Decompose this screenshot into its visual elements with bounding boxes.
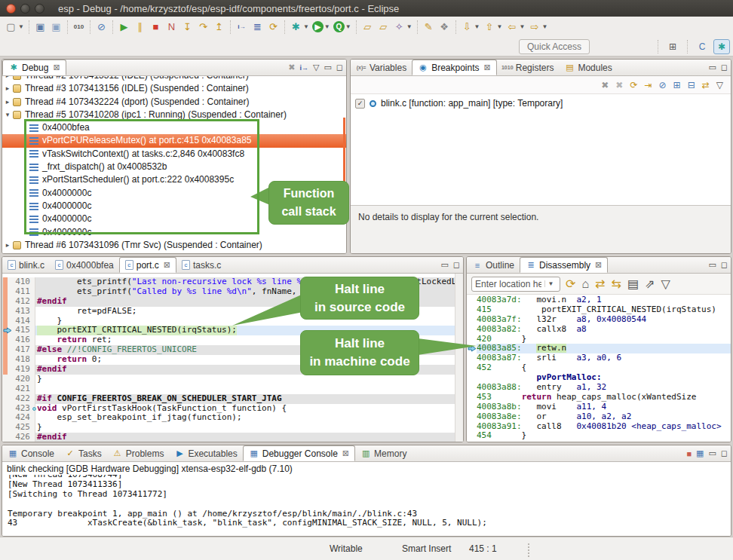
breakpoint-list-item[interactable]: ✓ blink.c [function: app_main] [type: Te…: [351, 94, 731, 112]
window-minimize-button[interactable]: [20, 4, 30, 14]
expand-all-icon[interactable]: ⊞: [673, 80, 681, 90]
editor-annotation-ruler[interactable]: [2, 355, 13, 365]
tab-variables[interactable]: (x)=Variables: [351, 60, 412, 75]
editor-annotation-ruler[interactable]: [2, 423, 13, 433]
last-edit-location-button[interactable]: ⇩▼: [459, 19, 482, 35]
tab-executables[interactable]: ▶Executables: [169, 445, 242, 461]
maximize-icon[interactable]: ◻: [721, 448, 728, 458]
run-launch-button[interactable]: ▶▼: [311, 19, 332, 35]
refresh-icon[interactable]: ⟳: [566, 277, 575, 291]
disasm-gutter[interactable]: [467, 315, 477, 325]
go-to-file-for-breakpoint-icon[interactable]: ⇥: [644, 80, 652, 90]
save-button[interactable]: ▣: [32, 19, 48, 35]
external-tools-button[interactable]: Q▼: [332, 19, 353, 35]
disasm-gutter[interactable]: [467, 431, 477, 441]
disconnect-button[interactable]: N: [164, 19, 179, 35]
tab-breakpoints[interactable]: ◉Breakpoints⊠: [412, 60, 497, 75]
display-selected-console-icon[interactable]: ▦: [696, 448, 704, 458]
disasm-gutter[interactable]: [467, 295, 477, 305]
editor-annotation-ruler[interactable]: [2, 394, 13, 404]
external-tools-icon[interactable]: Q: [333, 21, 345, 32]
step-over-icon[interactable]: ↷: [197, 20, 210, 33]
back-history-button[interactable]: ⇦▼: [504, 19, 526, 35]
breakpoint-checkbox[interactable]: ✓: [355, 99, 365, 109]
dropdown-arrow-icon[interactable]: ▼: [497, 23, 503, 30]
search-icon[interactable]: ✧: [393, 20, 406, 33]
tree-expander-icon[interactable]: ▸: [2, 76, 13, 82]
editor-annotation-ruler[interactable]: [2, 317, 13, 326]
minimize-icon[interactable]: ▭: [324, 63, 331, 72]
back-history-icon[interactable]: ⇦: [505, 20, 518, 33]
location-combo[interactable]: ▼: [471, 277, 560, 292]
view-menu-icon[interactable]: ▽: [661, 277, 670, 291]
new-wizard-button[interactable]: ▢▼: [3, 19, 26, 35]
tab-debug[interactable]: ✱Debug⊠: [2, 60, 66, 75]
restart-icon[interactable]: ⟳: [267, 20, 280, 33]
tab-close-icon[interactable]: ⊠: [164, 260, 170, 270]
thread-row[interactable]: ▸Thread #3 1073413156 (IDLE) (Suspended …: [2, 82, 346, 95]
disasm-gutter[interactable]: [467, 402, 477, 412]
editor-annotation-ruler[interactable]: [2, 297, 13, 307]
tree-expander-icon[interactable]: ▸: [2, 96, 13, 109]
disassembly-listing[interactable]: 40083a7d: movi.n a2, 1415 portEXIT_CRITI…: [467, 295, 731, 442]
tab-registers[interactable]: 1010Registers: [497, 60, 560, 75]
go-to-last-edit-icon[interactable]: ⇧: [483, 20, 496, 33]
disasm-gutter[interactable]: [467, 305, 477, 315]
run-launch-icon[interactable]: ▶: [312, 21, 324, 32]
tab-close-icon[interactable]: ⊠: [342, 448, 349, 458]
dropdown-arrow-icon[interactable]: ▼: [324, 23, 330, 30]
save-all-button[interactable]: ▣: [48, 19, 64, 35]
debug-launch-button[interactable]: ✱▼: [288, 19, 311, 35]
mark-occurrences-button[interactable]: ✎: [421, 19, 437, 35]
show-debug-context-icon[interactable]: ≣: [251, 20, 264, 33]
resume-button[interactable]: ▶: [116, 19, 132, 35]
editor-annotation-ruler[interactable]: [2, 404, 13, 414]
remove-all-breakpoints-icon[interactable]: ✖: [615, 80, 623, 90]
cpp-perspective-button[interactable]: C: [694, 39, 710, 54]
step-return-icon[interactable]: ↥: [213, 20, 225, 33]
dropdown-arrow-icon[interactable]: ▼: [345, 23, 351, 30]
quick-access-button[interactable]: Quick Access: [519, 39, 590, 54]
step-over-button[interactable]: ↷: [195, 19, 211, 35]
tab-debugger-console[interactable]: ▦Debugger Console⊠: [243, 445, 355, 461]
link-with-debug-view-icon[interactable]: ⇄: [702, 80, 710, 90]
maximize-icon[interactable]: ◻: [336, 63, 343, 72]
thread-row[interactable]: ▸Thread #2 1073413312 (IDLE) (Suspended …: [2, 76, 346, 82]
go-to-last-edit-button[interactable]: ⇧▼: [482, 19, 505, 35]
home-icon[interactable]: ⌂: [581, 277, 589, 291]
disasm-gutter[interactable]: [467, 363, 477, 373]
show-debug-context-button[interactable]: ≣: [250, 19, 265, 35]
new-wizard-icon[interactable]: ▢: [5, 20, 17, 33]
terminate-console-icon[interactable]: ■: [686, 449, 692, 458]
open-new-view-icon[interactable]: ⇗: [645, 277, 655, 291]
editor-annotation-ruler[interactable]: [2, 277, 13, 287]
tab-0x4000bfea[interactable]: c0x4000bfea: [50, 257, 119, 273]
tab-problems[interactable]: ⚠Problems: [107, 445, 170, 461]
location-input[interactable]: [472, 279, 544, 289]
disconnect-icon[interactable]: N: [165, 20, 178, 33]
view-menu-icon[interactable]: ▽: [313, 63, 319, 72]
dropdown-arrow-icon[interactable]: ▼: [303, 23, 309, 30]
skip-all-breakpoints-icon[interactable]: ⊘: [659, 80, 667, 90]
suspend-button[interactable]: ∥: [132, 19, 148, 35]
skip-all-breakpoints-icon[interactable]: ⊘: [95, 20, 108, 33]
step-into-icon[interactable]: ↧: [181, 20, 194, 33]
tab-blink-c[interactable]: cblink.c: [2, 257, 50, 273]
annotations-button[interactable]: ❖: [437, 19, 452, 35]
editor-annotation-ruler[interactable]: [2, 326, 13, 335]
window-close-button[interactable]: [6, 4, 16, 14]
search-button[interactable]: ✧▼: [391, 19, 414, 35]
terminate-icon[interactable]: ■: [149, 20, 162, 33]
editor-annotation-ruler[interactable]: [2, 287, 13, 297]
disasm-gutter[interactable]: [467, 412, 477, 422]
instruction-stepping-icon[interactable]: i→: [235, 20, 248, 33]
mark-occurrences-icon[interactable]: ✎: [422, 20, 435, 33]
console-output[interactable]: [New Thread 1073468744][New Thread 10734…: [2, 475, 731, 537]
tab-outline[interactable]: ≡Outline: [467, 257, 520, 273]
debug-launch-icon[interactable]: ✱: [290, 20, 302, 33]
open-resource-button[interactable]: ▱: [376, 19, 391, 35]
tab-close-icon[interactable]: ⊠: [595, 260, 602, 270]
open-element-icon[interactable]: ▱: [361, 20, 374, 33]
tab-memory[interactable]: ▥Memory: [355, 445, 412, 461]
minimize-icon[interactable]: ▭: [440, 260, 448, 270]
